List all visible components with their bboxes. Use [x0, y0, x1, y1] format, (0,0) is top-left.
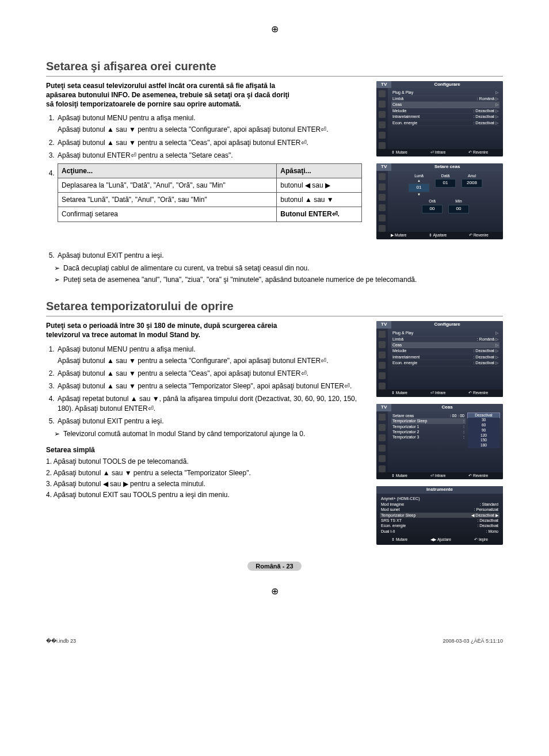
- action-table: Acţiune...Apăsaţi... Deplasarea la "Lună…: [58, 163, 362, 222]
- section2-intro: Puteţi seta o perioadă între 30 şi 180 d…: [46, 321, 293, 339]
- s1-step3: Apăsaţi butonul ENTER⏎ pentru a selecta …: [56, 151, 362, 160]
- osd-instrumente: Instrumente Anynet+ (HDMI-CEC) Mod imagi…: [376, 486, 503, 545]
- table-row: Setarea "Lună", "Dată", "Anul", "Oră", s…: [58, 193, 362, 207]
- simple-step2: 2. Apăsaţi butonul ▲ sau ▼ pentru a sele…: [46, 468, 362, 478]
- s2-step4: Apăsaţi repetat butonul ▲ sau ▼, până la…: [56, 394, 362, 413]
- s1-step5: Apăsaţi butonul EXIT pentru a ieşi.: [56, 251, 503, 260]
- osd-ceas-sleep: TVCeas Setare ceas: 00 : 00 Temporizator…: [376, 404, 503, 480]
- s1-note2: ➢Puteţi seta de asemenea "anul", "luna",…: [54, 275, 503, 284]
- s1-step4: Acţiune...Apăsaţi... Deplasarea la "Lună…: [56, 163, 362, 222]
- registration-mark-top: ⊕: [46, 23, 503, 36]
- table-row: Confirmaţi setareaButonul ENTER⏎.: [58, 207, 362, 222]
- table-row: Deplasarea la "Lună", "Dată", "Anul", "O…: [58, 178, 362, 193]
- osd-configurare-1: TVConfigurare Plug & Play▷ Limbă: Română…: [376, 81, 503, 157]
- simple-setup-heading: Setarea simplă: [46, 445, 362, 455]
- osd-setare-ceas: TVSetare ceas Lună▲01▼ Dată01 Anul2008 O…: [376, 163, 503, 239]
- s2-note1: ➢Televizorul comută automat în modul Sta…: [54, 429, 362, 438]
- simple-step1: 1. Apăsaţi butonul TOOLS de pe telecoman…: [46, 457, 362, 466]
- s2-step5: Apăsaţi butonul EXIT pentru a ieşi.: [56, 417, 362, 426]
- osd-configurare-2: TVConfigurare Plug & Play▷ Limbă: Română…: [376, 321, 503, 397]
- section1-intro: Puteţi seta ceasul televizorului astfel …: [46, 81, 293, 109]
- registration-mark-bottom: ⊕: [46, 585, 503, 598]
- simple-step4: 4. Apăsaţi butonul EXIT sau TOOLS pentru…: [46, 490, 362, 499]
- page-number: Română - 23: [46, 562, 503, 571]
- s2-step3: Apăsaţi butonul ▲ sau ▼ pentru a selecta…: [56, 381, 362, 391]
- footer-meta: ��i.indb 23 2008-03-03 ¿ÀÈÄ 5:11:10: [46, 637, 503, 644]
- s2-step2: Apăsaţi butonul ▲ sau ▼ pentru a selecta…: [56, 369, 362, 378]
- s1-step2: Apăsaţi butonul ▲ sau ▼ pentru a selecta…: [56, 138, 362, 147]
- s1-step1: Apăsaţi butonul MENU pentru a afişa meni…: [56, 113, 362, 134]
- simple-step3: 3. Apăsaţi butonul ◀ sau ▶ pentru a sele…: [46, 479, 362, 488]
- section1-title: Setarea şi afişarea orei curente: [46, 59, 503, 77]
- section2-title: Setarea temporizatorului de oprire: [46, 299, 503, 316]
- s1-note1: ➢Dacă decuplaţi cablul de alimentare cu …: [54, 264, 503, 273]
- s2-step1: Apăsaţi butonul MENU pentru a afişa meni…: [56, 345, 362, 365]
